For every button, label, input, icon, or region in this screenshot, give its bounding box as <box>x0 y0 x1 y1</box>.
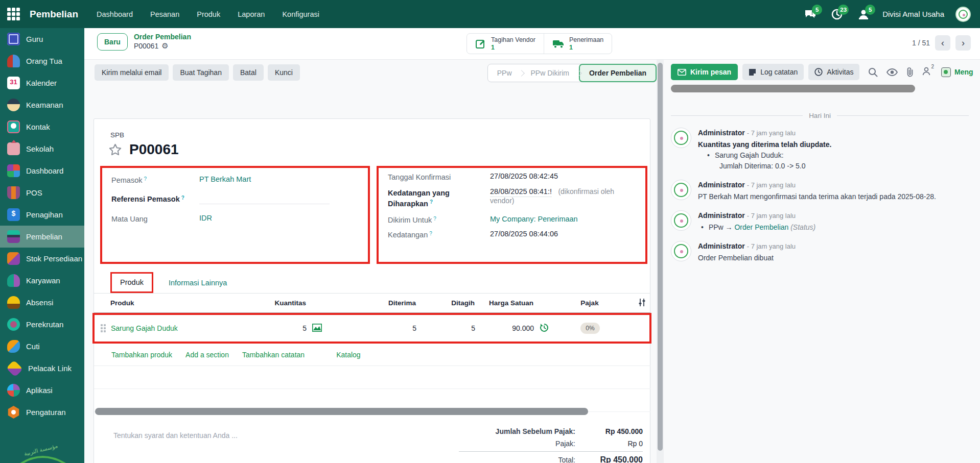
cancel-button[interactable]: Batal <box>233 64 264 81</box>
sidebar-item-orang-tua[interactable]: Orang Tua <box>0 50 84 72</box>
sidebar-item-absensi[interactable]: Absensi <box>0 291 84 313</box>
sidebar-item-pengaturan[interactable]: Pengaturan <box>0 401 84 423</box>
menu-laporan[interactable]: Laporan <box>238 10 265 18</box>
column-options-icon[interactable] <box>638 298 646 307</box>
breadcrumb-parent[interactable]: Order Pembelian <box>134 33 191 41</box>
sidebar-item-pembelian[interactable]: Pembelian <box>0 226 84 248</box>
sidebar-item-kalender[interactable]: Kalender <box>0 72 84 94</box>
message-author[interactable]: Administrator <box>698 181 745 189</box>
recruitment-icon <box>7 318 20 331</box>
eye-icon[interactable] <box>886 68 898 76</box>
main-area: Baru Order Pembelian P00061 ⚙ Tagihan Ve… <box>84 28 980 463</box>
order-title[interactable]: P00061 <box>129 141 179 158</box>
sidebar-item-perekrutan[interactable]: Perekrutan <box>0 313 84 335</box>
drag-handle-icon[interactable] <box>101 324 111 332</box>
terms-placeholder[interactable]: Tentukan syarat dan ketentuan Anda ... <box>113 431 238 440</box>
sidebar-item-kontak[interactable]: Kontak <box>0 116 84 138</box>
pager-previous-button[interactable]: ‹ <box>935 35 950 51</box>
activities-button[interactable]: Aktivitas <box>808 64 859 80</box>
envelope-icon <box>678 69 686 76</box>
sidebar-item-dashboard[interactable]: Dashboard <box>0 160 84 182</box>
vendor-reference-input[interactable] <box>199 194 330 204</box>
menu-konfigurasi[interactable]: Konfigurasi <box>282 10 319 18</box>
menu-pesanan[interactable]: Pesanan <box>150 10 179 18</box>
followers-button[interactable]: 2 <box>922 67 934 78</box>
sidebar-item-sekolah[interactable]: Sekolah <box>0 138 84 160</box>
sidebar-item-keamanan[interactable]: Keamanan <box>0 94 84 116</box>
expected-arrival-input[interactable]: 28/08/2025 08:41:! <box>490 187 552 197</box>
send-message-button[interactable]: Kirim pesan <box>671 64 738 80</box>
add-note-link[interactable]: Tambahkan catatan <box>242 351 305 359</box>
statusbar-step-order-pembelian[interactable]: Order Pembelian <box>579 64 657 82</box>
menu-dashboard[interactable]: Dashboard <box>97 10 133 18</box>
add-product-link[interactable]: Tambahkan produk <box>111 351 172 359</box>
sidebar-item-pos[interactable]: POS <box>0 182 84 204</box>
product-link[interactable]: Sarung Gajah Duduk <box>111 324 271 332</box>
vertical-scrollbar[interactable] <box>657 60 664 463</box>
sidebar-item-guru[interactable]: Guru <box>0 28 84 50</box>
create-bill-button[interactable]: Buat Tagihan <box>173 64 228 81</box>
col-billed[interactable]: Ditagih <box>416 299 475 307</box>
following-button[interactable]: Meng <box>941 67 973 77</box>
activities-icon[interactable]: 23 <box>829 7 845 22</box>
chatter-scrollbar[interactable] <box>671 85 915 92</box>
col-received[interactable]: Diterima <box>326 299 416 307</box>
tab-products[interactable]: Produk <box>120 278 144 286</box>
message-author[interactable]: Administrator <box>698 242 745 250</box>
attendance-icon <box>7 296 20 309</box>
forecast-chart-icon[interactable] <box>312 324 322 332</box>
add-section-link[interactable]: Add a section <box>185 351 229 359</box>
order-line-row[interactable]: Sarung Gajah Duduk 5 5 5 90.000 0% <box>95 315 649 342</box>
favorite-star-icon[interactable] <box>108 143 122 157</box>
sidebar-item-pelacak-link[interactable]: Pelacak Link <box>0 357 84 379</box>
col-quantity[interactable]: Kuantitas <box>270 299 306 307</box>
message-author[interactable]: Administrator <box>698 211 745 220</box>
sidebar-item-penagihan[interactable]: Penagihan <box>0 204 84 226</box>
unit-price-value[interactable]: 90.000 <box>475 324 534 332</box>
sidebar-item-aplikasi[interactable]: Aplikasi <box>0 379 84 401</box>
note-icon <box>749 68 756 76</box>
billed-value[interactable]: 5 <box>416 324 475 332</box>
user-avatar[interactable] <box>955 7 971 22</box>
col-product[interactable]: Produk <box>110 299 270 307</box>
day-divider: Hari Ini <box>671 112 969 119</box>
received-value[interactable]: 5 <box>327 324 416 332</box>
table-header-row: Produk Kuantitas Diterima Ditagih Harga … <box>94 294 650 313</box>
catalog-link[interactable]: Katalog <box>336 351 360 359</box>
price-history-icon[interactable] <box>540 323 549 332</box>
apps-grid-icon[interactable] <box>7 8 20 21</box>
purchase-icon <box>7 230 20 243</box>
receipts-button[interactable]: Penerimaan 1 <box>544 34 612 54</box>
search-icon[interactable] <box>868 67 878 77</box>
horizontal-scrollbar[interactable] <box>95 408 588 415</box>
pager-next-button[interactable]: › <box>955 35 971 51</box>
lock-button[interactable]: Kunci <box>268 64 300 81</box>
statusbar-step-ppw[interactable]: PPw <box>488 64 521 82</box>
send-by-email-button[interactable]: Kirim melalui email <box>95 64 169 81</box>
supplier-value[interactable]: PT Berkah Mart <box>199 175 251 183</box>
paperclip-icon[interactable] <box>906 67 914 77</box>
statusbar-step-ppw-dikirim[interactable]: PPw Dikirim <box>522 64 578 82</box>
messages-icon[interactable]: 5 <box>803 7 818 22</box>
message-author[interactable]: Administrator <box>698 129 745 137</box>
currency-value[interactable]: IDR <box>199 214 212 222</box>
company-switcher[interactable]: Divisi Amal Usaha <box>882 10 944 18</box>
status-to-link[interactable]: Order Pembelian <box>734 223 788 231</box>
sidebar-item-karyawan[interactable]: Karyawan <box>0 270 84 291</box>
sidebar-item-stok-persediaan[interactable]: Stok Persediaan <box>0 248 84 270</box>
gear-icon[interactable]: ⚙ <box>161 41 168 51</box>
tax-badge[interactable]: 0% <box>580 323 599 334</box>
inbox-user-icon[interactable]: 5 <box>856 7 871 22</box>
vendor-bills-button[interactable]: Tagihan Vendor 1 <box>467 34 544 54</box>
expected-arrival-label: Kedatangan yang Diharapkan <box>388 189 450 208</box>
log-note-button[interactable]: Log catatan <box>742 64 804 80</box>
deliver-to-value[interactable]: My Company: Penerimaan <box>490 215 578 223</box>
tab-other-info[interactable]: Informasi Lainnya <box>160 279 235 287</box>
quantity-value[interactable]: 5 <box>271 324 307 332</box>
left-field-group: Pemasok? PT Berkah Mart Referensi Pemaso… <box>111 175 357 223</box>
app-title[interactable]: Pembelian <box>30 9 78 20</box>
sidebar-item-cuti[interactable]: Cuti <box>0 335 84 357</box>
col-unit-price[interactable]: Harga Satuan <box>475 299 533 307</box>
col-tax[interactable]: Pajak <box>554 299 625 307</box>
menu-produk[interactable]: Produk <box>197 10 220 18</box>
